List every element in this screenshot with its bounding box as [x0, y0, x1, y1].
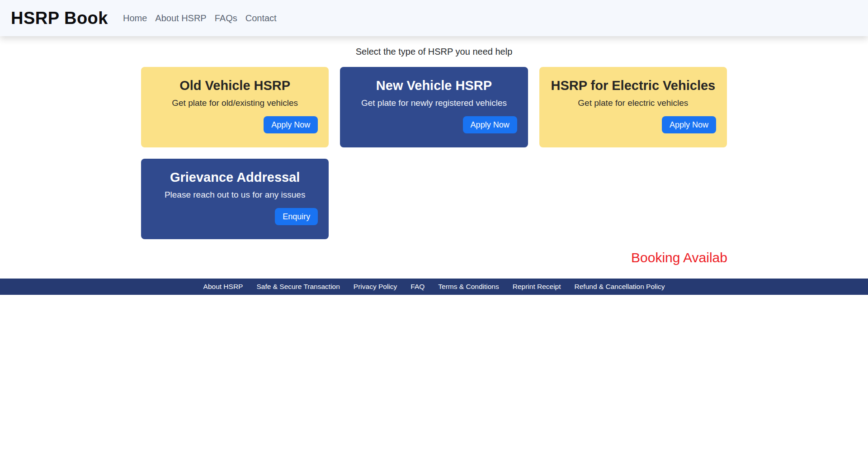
main-content: Select the type of HSRP you need help Ol… — [141, 45, 727, 266]
card-grievance-addressal: Grievance Addressal Please reach out to … — [141, 159, 329, 239]
enquiry-button[interactable]: Enquiry — [275, 208, 318, 225]
card-title: HSRP for Electric Vehicles — [539, 78, 727, 93]
footer-link-safe-secure[interactable]: Safe & Secure Transaction — [256, 283, 340, 291]
card-subtitle: Get plate for electric vehicles — [539, 98, 727, 108]
footer: About HSRP Safe & Secure Transaction Pri… — [0, 279, 868, 295]
card-old-vehicle-hsrp: Old Vehicle HSRP Get plate for old/exist… — [141, 67, 329, 147]
apply-now-button-old-vehicle[interactable]: Apply Now — [264, 116, 318, 133]
footer-link-about-hsrp[interactable]: About HSRP — [203, 283, 243, 291]
booking-marquee: Booking Available — [141, 250, 727, 266]
card-new-vehicle-hsrp: New Vehicle HSRP Get plate for newly reg… — [340, 67, 528, 147]
footer-link-reprint-receipt[interactable]: Reprint Receipt — [513, 283, 561, 291]
card-subtitle: Get plate for newly registered vehicles — [340, 98, 528, 108]
card-electric-vehicle-hsrp: HSRP for Electric Vehicles Get plate for… — [539, 67, 727, 147]
page-heading: Select the type of HSRP you need help — [141, 45, 727, 58]
nav-item-contact[interactable]: Contact — [245, 13, 277, 24]
nav-item-about-hsrp[interactable]: About HSRP — [155, 13, 206, 24]
footer-link-faq[interactable]: FAQ — [410, 283, 425, 291]
footer-link-privacy-policy[interactable]: Privacy Policy — [354, 283, 397, 291]
card-subtitle: Get plate for old/existing vehicles — [141, 98, 329, 108]
card-subtitle: Please reach out to us for any issues — [141, 190, 329, 200]
main-nav: Home About HSRP FAQs Contact — [123, 13, 277, 24]
site-logo[interactable]: HSRP Book — [11, 9, 108, 28]
card-title: Old Vehicle HSRP — [141, 78, 329, 93]
card-title: Grievance Addressal — [141, 170, 329, 185]
footer-link-refund-policy[interactable]: Refund & Cancellation Policy — [575, 283, 665, 291]
footer-link-terms-conditions[interactable]: Terms & Conditions — [438, 283, 499, 291]
card-title: New Vehicle HSRP — [340, 78, 528, 93]
marquee-text: Booking Available — [631, 250, 727, 266]
apply-now-button-electric-vehicle[interactable]: Apply Now — [662, 116, 716, 133]
service-cards: Old Vehicle HSRP Get plate for old/exist… — [141, 67, 727, 239]
apply-now-button-new-vehicle[interactable]: Apply Now — [463, 116, 517, 133]
header: HSRP Book Home About HSRP FAQs Contact — [0, 0, 868, 36]
nav-item-home[interactable]: Home — [123, 13, 147, 24]
nav-item-faqs[interactable]: FAQs — [215, 13, 237, 24]
